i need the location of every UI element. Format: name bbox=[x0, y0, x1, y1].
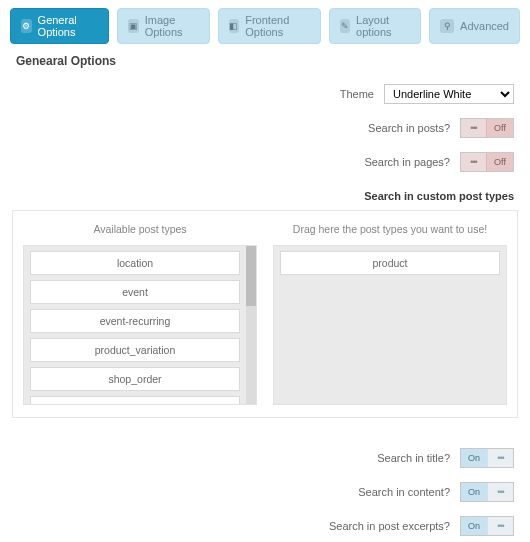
row-search-content: Search in content? On bbox=[10, 478, 520, 512]
theme-select[interactable]: Underline White bbox=[384, 84, 514, 104]
toggle-state: Off bbox=[487, 119, 513, 137]
tab-image[interactable]: ▣ Image Options bbox=[117, 8, 210, 44]
scroll-thumb[interactable] bbox=[246, 246, 256, 306]
tab-label: General Options bbox=[38, 14, 99, 38]
selected-title: Drag here the post types you want to use… bbox=[273, 223, 507, 235]
tab-label: Layout options bbox=[356, 14, 410, 38]
tab-layout[interactable]: ✎ Layout options bbox=[329, 8, 422, 44]
row-theme: Theme Underline White bbox=[10, 80, 520, 114]
toggle-search-title[interactable]: On bbox=[460, 448, 514, 468]
tab-advanced[interactable]: ⚲ Advanced bbox=[429, 8, 520, 44]
toggle-state: Off bbox=[487, 153, 513, 171]
toggle-handle-icon bbox=[461, 119, 487, 137]
tab-label: Image Options bbox=[145, 14, 199, 38]
gear-icon: ⚙ bbox=[21, 19, 32, 33]
toggle-state: On bbox=[461, 517, 487, 535]
tab-label: Frontend Options bbox=[245, 14, 309, 38]
search-content-label: Search in content? bbox=[358, 486, 450, 498]
toggle-state: On bbox=[461, 449, 487, 467]
post-type-item[interactable]: product_variation bbox=[30, 338, 240, 362]
search-excerpts-label: Search in post excerpts? bbox=[329, 520, 450, 532]
pencil-icon: ✎ bbox=[340, 19, 351, 33]
image-icon: ▣ bbox=[128, 19, 139, 33]
post-type-item[interactable]: shop_order bbox=[30, 367, 240, 391]
available-title: Available post types bbox=[23, 223, 257, 235]
toggle-search-posts[interactable]: Off bbox=[460, 118, 514, 138]
post-type-item[interactable]: shop_coupon bbox=[30, 396, 240, 404]
post-type-item[interactable]: product bbox=[280, 251, 500, 275]
toggle-search-pages[interactable]: Off bbox=[460, 152, 514, 172]
row-search-pages: Search in pages? Off bbox=[10, 148, 520, 182]
section-title: Genearal Options bbox=[16, 54, 520, 68]
cpt-panel: Available post types location event even… bbox=[12, 210, 518, 418]
toggle-search-content[interactable]: On bbox=[460, 482, 514, 502]
available-column: Available post types location event even… bbox=[23, 223, 257, 405]
post-type-item[interactable]: location bbox=[30, 251, 240, 275]
tab-general[interactable]: ⚙ General Options bbox=[10, 8, 109, 44]
search-title-label: Search in title? bbox=[377, 452, 450, 464]
row-search-posts: Search in posts? Off bbox=[10, 114, 520, 148]
selected-column: Drag here the post types you want to use… bbox=[273, 223, 507, 405]
search-pages-label: Search in pages? bbox=[364, 156, 450, 168]
search-posts-label: Search in posts? bbox=[368, 122, 450, 134]
selected-list[interactable]: product bbox=[273, 245, 507, 405]
toggle-handle-icon bbox=[487, 517, 513, 535]
post-type-item[interactable]: event bbox=[30, 280, 240, 304]
tabs-bar: ⚙ General Options ▣ Image Options ◧ Fron… bbox=[10, 8, 520, 44]
scrollbar[interactable] bbox=[246, 246, 256, 404]
cpt-header: Search in custom post types bbox=[10, 186, 520, 206]
toggle-search-excerpts[interactable]: On bbox=[460, 516, 514, 536]
layout-icon: ◧ bbox=[229, 19, 240, 33]
tab-frontend[interactable]: ◧ Frontend Options bbox=[218, 8, 321, 44]
available-list: location event event-recurring product_v… bbox=[23, 245, 257, 405]
toggle-handle-icon bbox=[487, 483, 513, 501]
theme-label: Theme bbox=[340, 88, 374, 100]
toggle-handle-icon bbox=[487, 449, 513, 467]
toggle-state: On bbox=[461, 483, 487, 501]
wand-icon: ⚲ bbox=[440, 19, 454, 33]
tab-label: Advanced bbox=[460, 20, 509, 32]
row-search-title: Search in title? On bbox=[10, 444, 520, 478]
row-search-excerpts: Search in post excerpts? On bbox=[10, 512, 520, 542]
toggle-handle-icon bbox=[461, 153, 487, 171]
post-type-item[interactable]: event-recurring bbox=[30, 309, 240, 333]
